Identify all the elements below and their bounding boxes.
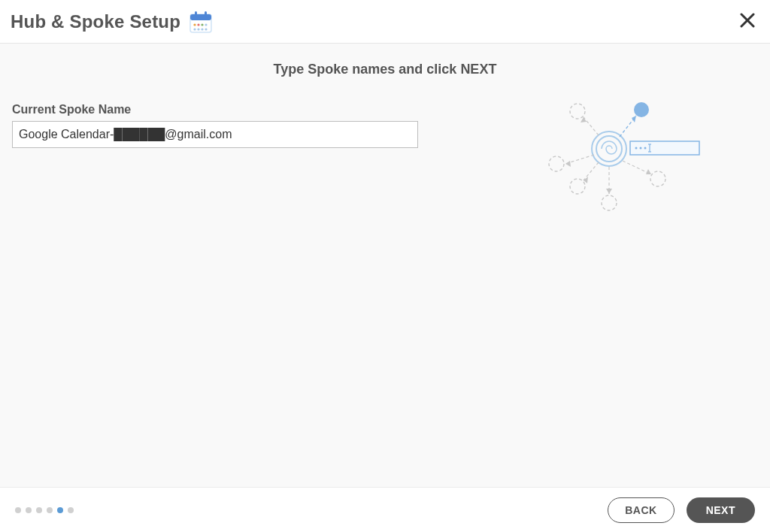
step-dot-active [57, 507, 63, 513]
close-icon[interactable] [737, 10, 758, 34]
setup-footer: BACK NEXT [0, 487, 770, 532]
svg-point-37 [644, 147, 647, 150]
svg-point-19 [602, 195, 617, 210]
svg-rect-1 [190, 14, 211, 20]
step-dot [68, 507, 74, 513]
svg-point-6 [201, 23, 203, 26]
svg-point-36 [640, 147, 642, 150]
svg-point-5 [197, 23, 199, 26]
svg-point-7 [205, 23, 207, 26]
svg-point-9 [197, 28, 199, 30]
next-button[interactable]: NEXT [687, 497, 755, 523]
svg-point-16 [570, 104, 585, 119]
step-dot [36, 507, 42, 513]
footer-buttons: BACK NEXT [608, 497, 755, 523]
svg-point-20 [650, 171, 665, 186]
step-dot [15, 507, 21, 513]
step-dot [26, 507, 32, 513]
svg-point-17 [549, 156, 564, 171]
spoke-name-label: Current Spoke Name [12, 103, 421, 116]
calendar-icon [188, 9, 214, 35]
svg-point-15 [596, 136, 622, 162]
svg-point-11 [205, 28, 207, 30]
svg-marker-28 [565, 161, 571, 167]
svg-point-35 [635, 147, 638, 150]
back-button[interactable]: BACK [608, 497, 674, 523]
svg-marker-33 [632, 116, 636, 122]
svg-line-24 [584, 162, 599, 180]
svg-marker-30 [606, 189, 612, 194]
svg-marker-31 [646, 169, 651, 174]
svg-rect-3 [205, 11, 207, 17]
svg-point-21 [634, 102, 649, 117]
svg-point-8 [193, 28, 196, 30]
step-dot [47, 507, 53, 513]
setup-content: Type Spoke names and click NEXT Current … [0, 44, 770, 487]
step-indicator [15, 507, 74, 513]
svg-point-18 [570, 179, 585, 194]
form-area: Current Spoke Name [0, 103, 421, 148]
svg-point-10 [201, 28, 203, 30]
svg-line-22 [584, 117, 599, 135]
page-title: Hub & Spoke Setup [11, 11, 180, 32]
setup-header: Hub & Spoke Setup [0, 0, 770, 44]
instruction-text: Type Spoke names and click NEXT [0, 62, 770, 77]
svg-point-4 [193, 23, 196, 26]
svg-rect-2 [195, 11, 197, 17]
hub-spoke-diagram-icon [541, 89, 707, 219]
spoke-name-input[interactable] [12, 121, 418, 148]
